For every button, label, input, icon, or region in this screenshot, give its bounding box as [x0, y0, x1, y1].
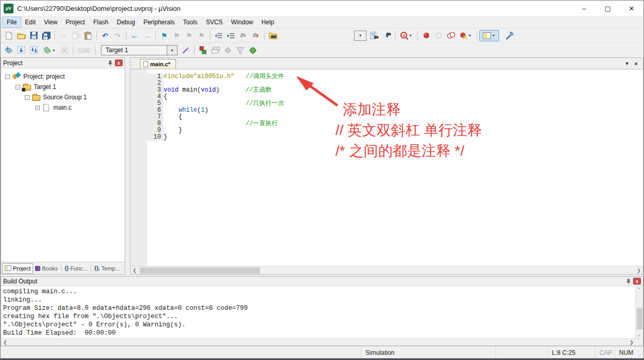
select-software-packs-button[interactable]: [222, 44, 234, 56]
manage-project-items-button[interactable]: [197, 44, 209, 56]
tab-list-dropdown-icon[interactable]: ▼: [625, 61, 630, 66]
menu-file[interactable]: File: [3, 17, 21, 27]
editor-tab-main-c[interactable]: main.c*: [140, 59, 176, 69]
editor-horizontal-scrollbar[interactable]: ❮ ❯: [130, 266, 643, 274]
scroll-down-icon[interactable]: ⌄: [635, 331, 643, 338]
prev-bookmark-button[interactable]: ⚑: [170, 30, 183, 41]
tree-item-target[interactable]: - Target 1: [1, 82, 125, 92]
navigate-back-button[interactable]: ←: [128, 30, 141, 41]
outdent-button[interactable]: [225, 30, 237, 41]
incremental-find-button[interactable]: [380, 30, 393, 41]
build-button[interactable]: [15, 44, 27, 56]
build-output-log[interactable]: compiling main.c...linking...Program Siz…: [1, 286, 635, 338]
menu-peripherals[interactable]: Peripherals: [139, 17, 179, 27]
menu-svcs[interactable]: SVCS: [202, 17, 227, 27]
maximize-button[interactable]: ▢: [596, 1, 620, 16]
title-bar: µV C:\Users\22790\Desktop\Dome\project.u…: [1, 1, 643, 16]
line-number-gutter: [130, 69, 147, 266]
find-in-files-button[interactable]: [267, 30, 279, 41]
tab-project[interactable]: Project: [2, 263, 33, 274]
minimize-button[interactable]: –: [572, 1, 596, 16]
tree-item-source-group[interactable]: - Source Group 1: [1, 92, 125, 102]
window-layout-button[interactable]: ▾: [479, 30, 499, 41]
new-file-button[interactable]: [3, 30, 15, 41]
uvision-window: µV C:\Users\22790\Desktop\Dome\project.u…: [0, 0, 644, 360]
pin-icon[interactable]: [108, 60, 113, 66]
save-button[interactable]: [27, 30, 40, 41]
c-file-icon: [42, 104, 51, 111]
chevron-down-icon: ▾: [408, 33, 413, 38]
enable-breakpoint-button[interactable]: [432, 30, 445, 41]
rebuild-button[interactable]: [27, 44, 40, 56]
undo-button[interactable]: ↶: [99, 30, 111, 41]
tree-item-project-root[interactable]: - Project: project: [1, 71, 125, 82]
panel-splitter[interactable]: [125, 57, 130, 275]
menu-flash[interactable]: Flash: [89, 17, 112, 27]
multi-project-workspace-button[interactable]: [209, 44, 222, 56]
indent-button[interactable]: [212, 30, 225, 41]
stop-build-icon: [61, 46, 69, 54]
options-for-target-button[interactable]: [180, 44, 192, 56]
build-output-horizontal-scrollbar[interactable]: ❮ ❯: [1, 338, 643, 346]
build-output-vertical-scrollbar[interactable]: ⌃ ⌄: [635, 286, 643, 338]
kill-all-breakpoints-button[interactable]: ▾: [457, 30, 475, 41]
collapse-icon[interactable]: -: [16, 85, 20, 89]
manage-rte-button[interactable]: [246, 44, 259, 56]
comment-button[interactable]: //≡: [237, 30, 250, 41]
tree-item-main-c[interactable]: + main.c: [1, 102, 125, 113]
search-combo[interactable]: ▾: [354, 31, 367, 41]
find-in-files-2-button[interactable]: [368, 30, 380, 41]
paste-button[interactable]: [82, 30, 94, 41]
target-selector-dropdown[interactable]: ▾: [167, 45, 178, 55]
translate-button[interactable]: [3, 44, 15, 56]
toggle-breakpoint-button[interactable]: [420, 30, 432, 41]
collapse-icon[interactable]: -: [25, 95, 30, 100]
open-file-button[interactable]: [15, 30, 27, 41]
download-button[interactable]: LOAD: [76, 44, 93, 56]
scroll-left-icon[interactable]: ❮: [130, 266, 139, 275]
save-all-button[interactable]: [40, 30, 52, 41]
tab-functions[interactable]: {} Func...: [63, 263, 90, 274]
tab-templates[interactable]: {}, Temp...: [92, 263, 122, 274]
batch-build-button[interactable]: ▾: [40, 44, 58, 56]
tab-label: Books: [42, 265, 58, 272]
redo-button[interactable]: ↷: [111, 30, 124, 41]
scrollbar-thumb[interactable]: [140, 267, 260, 274]
configure-button[interactable]: [503, 30, 516, 41]
uncomment-button[interactable]: //x: [250, 30, 262, 41]
menu-help[interactable]: Help: [257, 17, 279, 27]
menu-project[interactable]: Project: [62, 17, 89, 27]
close-tab-icon[interactable]: ×: [635, 61, 638, 67]
project-panel-close-button[interactable]: x: [115, 59, 123, 66]
expand-icon[interactable]: +: [35, 106, 40, 110]
scroll-right-icon[interactable]: ❯: [635, 266, 643, 275]
close-button[interactable]: ✕: [620, 1, 643, 16]
tab-books[interactable]: Books: [33, 263, 60, 274]
menu-window[interactable]: Window: [227, 17, 257, 27]
menu-view[interactable]: View: [40, 17, 62, 27]
code-editor[interactable]: 1#include"ai8051u.h" //调用头文件 2 3void mai…: [130, 69, 643, 266]
menu-tools[interactable]: Tools: [179, 17, 202, 27]
scroll-left-icon[interactable]: ❮: [1, 339, 9, 346]
navigate-forward-button[interactable]: →: [141, 30, 153, 41]
copy-button[interactable]: [69, 30, 82, 41]
scroll-right-icon[interactable]: ❯: [627, 339, 636, 346]
funnel-icon: [236, 47, 244, 54]
next-bookmark-button[interactable]: ⚑: [183, 30, 195, 41]
collapse-icon[interactable]: -: [5, 74, 10, 79]
menu-edit[interactable]: Edit: [21, 17, 40, 27]
pack-installer-button[interactable]: [234, 44, 246, 56]
scroll-up-icon[interactable]: ⌃: [635, 286, 643, 293]
clear-bookmarks-button[interactable]: ⚑: [195, 30, 208, 41]
resize-grip[interactable]: ⋰: [635, 347, 643, 358]
pin-icon[interactable]: [626, 278, 631, 284]
menu-debug[interactable]: Debug: [113, 17, 139, 27]
target-selector[interactable]: Target 1: [101, 45, 167, 55]
build-output-close-button[interactable]: x: [633, 278, 641, 284]
scrollbar-thumb[interactable]: [637, 308, 642, 329]
define-watch-button[interactable]: d▾: [398, 30, 415, 41]
toggle-bookmark-button[interactable]: ⚑: [158, 30, 170, 41]
stop-build-button[interactable]: [58, 44, 71, 56]
disable-all-breakpoints-button[interactable]: [445, 30, 457, 41]
cut-button[interactable]: ✂: [57, 30, 69, 41]
